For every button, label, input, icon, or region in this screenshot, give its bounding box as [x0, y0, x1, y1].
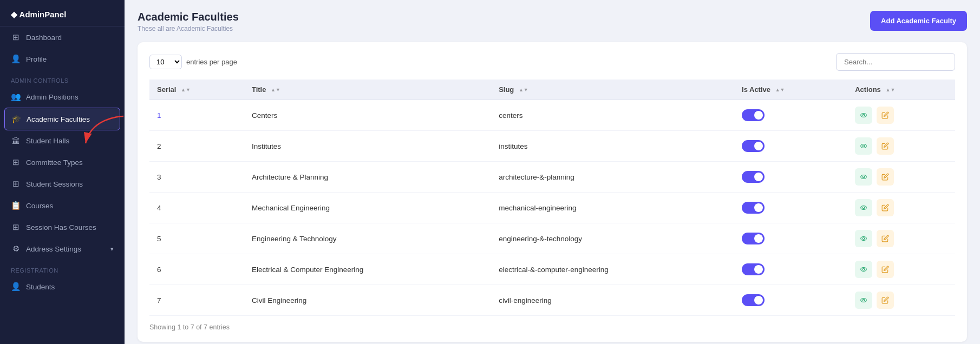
svg-point-4 — [863, 145, 865, 147]
cell-slug: architecture-&-planning — [491, 162, 734, 193]
sidebar-item-address-settings[interactable]: ⚙ Address Settings ▾ — [0, 238, 125, 260]
active-toggle[interactable] — [742, 109, 765, 121]
svg-point-14 — [863, 299, 865, 301]
sidebar-item-label: Profile — [26, 55, 47, 63]
academic-faculties-icon: 🎓 — [11, 114, 21, 124]
courses-icon: 📋 — [11, 201, 21, 210]
toggle-slider — [742, 171, 765, 183]
admin-positions-icon: 👥 — [11, 92, 21, 102]
page-header: Academic Faculties These all are Academi… — [138, 11, 967, 32]
action-buttons — [855, 137, 948, 155]
sidebar-item-student-halls[interactable]: 🏛 Student Halls — [0, 130, 125, 151]
sidebar-item-student-sessions[interactable]: ⊞ Student Sessions — [0, 173, 125, 195]
edit-button[interactable] — [877, 168, 894, 186]
cell-title: Civil Engineering — [244, 285, 491, 316]
table-body: 1Centerscenters 2Institutesinstitutes — [149, 100, 955, 316]
sidebar-item-courses[interactable]: 📋 Courses — [0, 195, 125, 216]
edit-icon — [881, 173, 889, 181]
sort-arrows-actions: ▲▼ — [885, 88, 895, 92]
cell-actions — [847, 100, 955, 131]
table-row: 3Architecture & Planningarchitecture-&-p… — [149, 162, 955, 193]
cell-serial: 6 — [149, 254, 244, 285]
eye-icon — [860, 296, 867, 304]
page-subtitle: These all are Academic Faculties — [138, 25, 239, 32]
active-toggle[interactable] — [742, 171, 765, 183]
active-toggle[interactable] — [742, 294, 765, 306]
edit-icon — [881, 266, 889, 273]
edit-button[interactable] — [877, 137, 894, 155]
cell-actions — [847, 254, 955, 285]
entries-per-page-select[interactable]: 10 25 50 100 — [149, 55, 182, 69]
sidebar-logo: ◆ AdminPanel — [0, 0, 125, 27]
svg-point-6 — [863, 176, 865, 178]
view-button[interactable] — [855, 168, 872, 186]
cell-slug: electrical-&-computer-engineering — [491, 254, 734, 285]
add-academic-faculty-button[interactable]: Add Academic Faculty — [870, 11, 967, 31]
cell-is-active — [734, 285, 847, 316]
sidebar-item-label: Session Has Courses — [26, 223, 96, 231]
view-button[interactable] — [855, 230, 872, 247]
address-settings-icon: ⚙ — [11, 244, 21, 254]
toggle-slider — [742, 202, 765, 214]
view-button[interactable] — [855, 199, 872, 216]
sidebar-item-committee-types[interactable]: ⊞ Committee Types — [0, 151, 125, 173]
eye-icon — [860, 173, 867, 181]
sidebar-item-students[interactable]: 👤 Students — [0, 276, 125, 297]
sidebar-item-label: Student Halls — [26, 137, 69, 145]
cell-slug: mechanical-engineering — [491, 193, 734, 223]
view-button[interactable] — [855, 292, 872, 309]
svg-point-2 — [863, 114, 865, 116]
page-title-group: Academic Faculties These all are Academi… — [138, 11, 239, 32]
active-toggle[interactable] — [742, 263, 765, 275]
svg-point-9 — [861, 237, 867, 241]
svg-point-3 — [861, 144, 867, 148]
edit-button[interactable] — [877, 261, 894, 278]
svg-point-5 — [861, 175, 867, 179]
view-button[interactable] — [855, 137, 872, 155]
cell-is-active — [734, 131, 847, 162]
col-title: Title ▲▼ — [244, 80, 491, 100]
edit-button[interactable] — [877, 292, 894, 309]
cell-slug: centers — [491, 100, 734, 131]
sidebar-item-session-has-courses[interactable]: ⊞ Session Has Courses — [0, 216, 125, 238]
eye-icon — [860, 266, 867, 273]
sidebar-item-academic-faculties[interactable]: 🎓 Academic Faculties — [4, 108, 120, 130]
edit-icon — [881, 142, 889, 150]
col-is-active: Is Active ▲▼ — [734, 80, 847, 100]
cell-is-active — [734, 162, 847, 193]
edit-button[interactable] — [877, 230, 894, 247]
students-icon: 👤 — [11, 282, 21, 292]
edit-icon — [881, 235, 889, 242]
view-button[interactable] — [855, 107, 872, 124]
col-slug: Slug ▲▼ — [491, 80, 734, 100]
sort-arrows-slug: ▲▼ — [519, 88, 528, 92]
active-toggle[interactable] — [742, 140, 765, 152]
table-card: 10 25 50 100 entries per page Serial ▲▼ — [138, 42, 967, 342]
search-input[interactable] — [836, 53, 955, 71]
action-buttons — [855, 168, 948, 186]
active-toggle[interactable] — [742, 233, 765, 244]
student-sessions-icon: ⊞ — [11, 179, 21, 189]
cell-title: Institutes — [244, 131, 491, 162]
svg-point-11 — [861, 268, 867, 272]
sidebar-item-admin-positions[interactable]: 👥 Admin Positions — [0, 86, 125, 108]
sidebar-item-label: Student Sessions — [26, 180, 83, 188]
cell-serial: 5 — [149, 223, 244, 254]
action-buttons — [855, 292, 948, 309]
view-button[interactable] — [855, 261, 872, 278]
active-toggle[interactable] — [742, 202, 765, 214]
page-title: Academic Faculties — [138, 11, 239, 23]
cell-is-active — [734, 193, 847, 223]
sidebar-item-dashboard[interactable]: ⊞ Dashboard — [0, 27, 125, 48]
edit-button[interactable] — [877, 107, 894, 124]
sidebar-item-label: Students — [26, 283, 55, 291]
edit-button[interactable] — [877, 199, 894, 216]
col-serial: Serial ▲▼ — [149, 80, 244, 100]
table-row: 7Civil Engineeringcivil-engineering — [149, 285, 955, 316]
sidebar-item-label: Courses — [26, 202, 53, 210]
cell-title: Centers — [244, 100, 491, 131]
toggle-slider — [742, 140, 765, 152]
sort-arrows-is-active: ▲▼ — [775, 88, 785, 92]
edit-icon — [881, 204, 889, 211]
sidebar-item-profile[interactable]: 👤 Profile — [0, 48, 125, 70]
